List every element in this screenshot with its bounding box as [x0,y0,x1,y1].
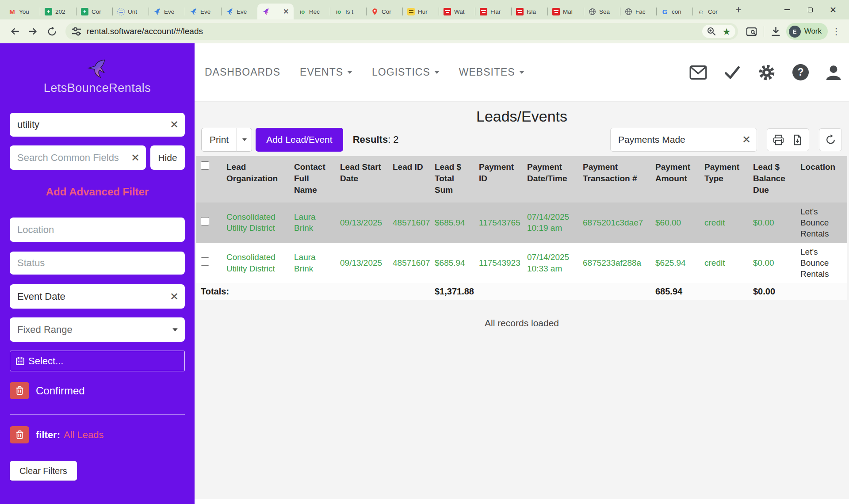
address-bar[interactable]: rental.software/account/#/leads ★ [65,23,738,40]
filter-value[interactable]: All Leads [64,429,104,441]
printer-icon[interactable] [773,134,784,146]
column-header[interactable]: Payment Date/Time [523,156,578,202]
browser-tab[interactable]: + 202 [40,4,76,19]
browser-tab[interactable]: Eve [149,4,185,19]
column-header[interactable]: Lead ID [388,156,430,202]
status-input[interactable] [10,252,185,275]
browser-tab[interactable]: Eve [221,4,257,19]
browser-tab[interactable]: M You [4,4,40,19]
url-text[interactable]: rental.software/account/#/leads [87,27,702,36]
total-balance: $0.00 [749,283,796,300]
remove-filter-button[interactable] [10,426,29,443]
mail-icon[interactable] [689,65,707,80]
browser-tab[interactable]: Mal [547,4,584,19]
zoom-icon[interactable] [707,27,716,36]
row-checkbox[interactable] [201,217,209,225]
browser-tab[interactable]: Unt [112,4,149,19]
add-advanced-filter-link[interactable]: Add Advanced Filter [10,186,185,198]
common-fields-input[interactable] [10,145,146,170]
browser-tab[interactable]: Hur [402,4,439,19]
location-field [10,218,185,242]
browser-tab[interactable]: io Rec [294,4,330,19]
export-file-icon[interactable] [792,134,803,146]
search-input[interactable] [10,113,185,137]
browser-tab-active[interactable]: ✕ [257,4,294,19]
search-field: ✕ [10,113,185,137]
tab-close-icon[interactable]: ✕ [282,8,290,15]
gear-icon[interactable] [757,63,776,82]
clear-grid-filter-icon[interactable]: ✕ [742,134,751,145]
table-row[interactable]: Consolidated Utility District Laura Brin… [196,202,847,243]
browser-tab[interactable]: Cor [366,4,402,19]
range-select[interactable]: Fixed Range [10,317,185,342]
nav-websites[interactable]: WEBSITES [459,66,524,78]
browser-tab[interactable]: G con [656,4,692,19]
clear-event-date-icon[interactable]: ✕ [170,291,179,302]
chevron-down-icon [519,71,524,74]
table-row[interactable]: Consolidated Utility District Laura Brin… [196,243,847,283]
browser-tab[interactable]: Isla [511,4,547,19]
filter-label: filter: [36,429,60,441]
browser-tab[interactable]: io Is t [330,4,366,19]
forward-icon[interactable] [25,23,42,40]
clear-common-fields-icon[interactable]: ✕ [131,153,140,163]
column-header[interactable]: Contact Full Name [290,156,336,202]
browser-tab[interactable]: Eve [185,4,221,19]
row-checkbox[interactable] [201,257,209,266]
select-all-checkbox[interactable] [201,161,209,170]
column-header[interactable]: Payment Amount [651,156,700,202]
omnibox-actions: ★ [702,25,735,38]
refresh-icon[interactable] [819,128,842,151]
hawk-logo-icon [86,58,109,79]
globe-icon [625,8,632,15]
grid-filter-input[interactable] [610,128,757,152]
minimize-button[interactable] [776,0,799,19]
column-header[interactable]: Lead $ Total Sum [430,156,474,202]
column-header[interactable]: Location [796,156,847,202]
sheets-icon: + [81,8,88,15]
browser-tab[interactable]: Fac [620,4,656,19]
back-icon[interactable] [6,23,23,40]
column-header[interactable]: Lead Organization [222,156,290,202]
nav-dashboards[interactable]: DASHBOARDS [205,66,280,78]
bookmark-star-icon[interactable]: ★ [723,27,731,36]
window-close-button[interactable]: ✕ [822,0,845,19]
remove-confirmed-button[interactable] [10,382,29,399]
hide-button[interactable]: Hide [150,145,185,170]
location-input[interactable] [10,218,185,242]
tune-icon[interactable] [70,25,83,38]
main-area: DASHBOARDS EVENTS LOGISTICS WEBSITES [195,43,849,504]
add-lead-event-button[interactable]: Add Lead/Event [256,128,343,152]
browser-tab[interactable]: Sea [584,4,620,19]
new-tab-button[interactable]: + [729,0,748,19]
date-select-field[interactable]: Select... [10,351,185,371]
column-header[interactable]: Payment Type [700,156,749,202]
column-header[interactable]: Payment Transaction # [578,156,651,202]
column-header[interactable]: Lead $ Balance Due [749,156,796,202]
browser-tab[interactable]: ℮ Cor [692,4,729,19]
event-date-input[interactable] [10,284,185,309]
browser-tab[interactable]: Flar [475,4,511,19]
nav-logistics[interactable]: LOGISTICS [372,66,440,78]
menu-dots-icon[interactable]: ⋮ [830,26,843,37]
print-button[interactable]: Print [201,128,237,152]
help-icon[interactable]: ? [792,64,809,80]
totals-label: Totals: [196,283,430,300]
maximize-button[interactable] [799,0,822,19]
browser-tab[interactable]: Wat [439,4,475,19]
column-header[interactable]: Payment ID [474,156,523,202]
profile-chip[interactable]: E Work [786,23,828,40]
clear-filters-button[interactable]: Clear Filters [10,461,77,481]
user-icon[interactable] [825,64,842,81]
reload-icon[interactable] [43,23,60,40]
check-icon[interactable] [723,65,741,80]
page-title: Leads/Events [195,108,849,125]
clear-search-icon[interactable]: ✕ [170,119,179,130]
browser-tab[interactable]: + Cor [76,4,112,19]
print-dropdown-button[interactable] [237,128,252,152]
chevron-down-icon [347,71,352,74]
nav-events[interactable]: EVENTS [300,66,352,78]
column-header[interactable]: Lead Start Date [336,156,388,202]
download-icon[interactable] [768,23,784,40]
reading-mode-icon[interactable] [743,23,760,40]
